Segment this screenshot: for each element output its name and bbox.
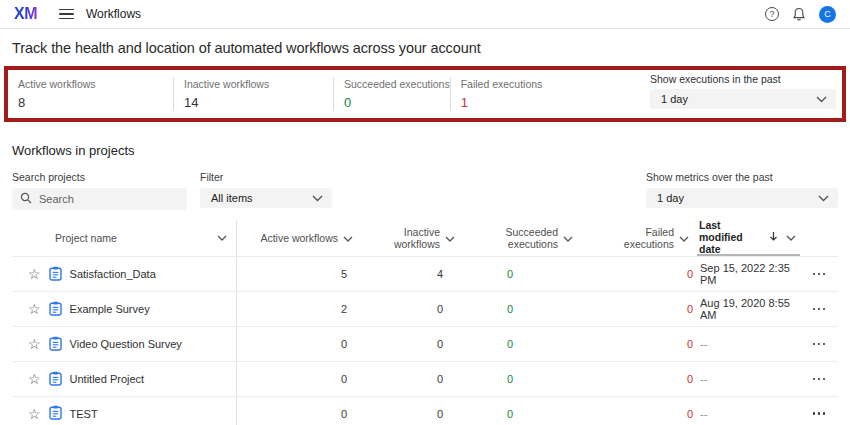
succeeded-executions-value: 0 — [455, 408, 575, 420]
xm-logo: XM — [14, 5, 37, 23]
search-input[interactable] — [39, 193, 179, 205]
page-title: Track the health and location of automat… — [12, 40, 838, 56]
executions-period-value: 1 day — [661, 93, 688, 105]
project-name-link[interactable]: TEST — [70, 408, 98, 420]
favorite-star-icon[interactable]: ☆ — [28, 302, 41, 316]
stat-value: 14 — [184, 95, 333, 110]
topbar-title: Workflows — [86, 7, 141, 21]
inactive-workflows-value: 0 — [355, 408, 455, 420]
column-header-last-modified-date[interactable]: Last modified date — [697, 220, 800, 256]
project-name-link[interactable]: Satisfaction_Data — [70, 268, 156, 280]
stat-failed-executions: Failed executions 1 — [451, 70, 543, 118]
filter-select[interactable]: All items — [200, 188, 332, 208]
last-modified-value: -- — [697, 373, 800, 385]
table-row: ☆ Example Survey 2 0 0 0 Aug 19, 2020 8:… — [12, 291, 838, 326]
inactive-workflows-value: 4 — [355, 268, 455, 280]
section-title: Workflows in projects — [12, 143, 838, 158]
active-workflows-value: 0 — [237, 408, 355, 420]
chevron-down-icon — [312, 195, 323, 202]
table-body: ☆ Satisfaction_Data 5 4 0 0 Sep 15, 2022… — [12, 256, 838, 425]
table-header-row: Project name Active workflows Inactive w… — [12, 220, 838, 256]
column-header-project-name[interactable]: Project name — [12, 220, 237, 256]
notifications-icon[interactable] — [792, 7, 806, 22]
chevron-down-icon — [818, 195, 829, 202]
column-label: Failed executions — [612, 226, 674, 250]
chevron-down-icon[interactable] — [343, 232, 353, 244]
succeeded-executions-value: 0 — [455, 268, 575, 280]
active-workflows-value: 5 — [237, 268, 355, 280]
executions-period-label: Show executions in the past — [650, 73, 836, 85]
survey-project-icon — [49, 301, 62, 318]
search-icon — [20, 190, 32, 208]
column-header-succeeded-executions[interactable]: Succeeded executions — [455, 220, 575, 256]
column-header-active-workflows[interactable]: Active workflows — [237, 220, 355, 256]
column-header-failed-executions[interactable]: Failed executions — [575, 220, 697, 256]
search-label: Search projects — [12, 171, 187, 183]
topbar: XM Workflows C — [0, 0, 850, 29]
column-label: Active workflows — [260, 232, 338, 244]
summary-bar-annotation-highlight: Active workflows 8 Inactive workflows 14… — [4, 66, 846, 122]
stat-value: 1 — [461, 95, 543, 110]
avatar[interactable]: C — [819, 6, 836, 23]
stat-label: Inactive workflows — [184, 78, 333, 90]
metrics-period-label: Show metrics over the past — [646, 171, 838, 183]
column-label: Project name — [55, 232, 117, 244]
table-row: ☆ Satisfaction_Data 5 4 0 0 Sep 15, 2022… — [12, 256, 838, 291]
failed-executions-value: 0 — [575, 268, 697, 280]
survey-project-icon — [49, 266, 62, 283]
active-workflows-value: 0 — [237, 373, 355, 385]
active-workflows-value: 0 — [237, 338, 355, 350]
row-more-menu-button[interactable] — [800, 327, 838, 361]
executions-period-select[interactable]: 1 day — [650, 89, 836, 109]
favorite-star-icon[interactable]: ☆ — [28, 337, 41, 351]
succeeded-executions-value: 0 — [455, 373, 575, 385]
favorite-star-icon[interactable]: ☆ — [28, 267, 41, 281]
chevron-down-icon[interactable] — [786, 231, 796, 243]
help-icon[interactable] — [765, 7, 779, 21]
stat-succeeded-executions: Succeeded executions 0 — [334, 70, 450, 118]
inactive-workflows-value: 0 — [355, 338, 455, 350]
chevron-down-icon — [816, 96, 827, 103]
survey-project-icon — [49, 371, 62, 388]
stat-active-workflows: Active workflows 8 — [8, 70, 173, 118]
metrics-period-select[interactable]: 1 day — [646, 188, 838, 208]
favorite-star-icon[interactable]: ☆ — [28, 372, 41, 386]
failed-executions-value: 0 — [575, 338, 697, 350]
row-more-menu-button[interactable] — [800, 397, 838, 425]
chevron-down-icon[interactable] — [563, 232, 573, 244]
active-workflows-value: 2 — [237, 303, 355, 315]
stat-inactive-workflows: Inactive workflows 14 — [174, 70, 333, 118]
chevron-down-icon[interactable] — [445, 232, 455, 244]
filter-label: Filter — [200, 171, 332, 183]
column-label: Last modified date — [699, 219, 761, 255]
filter-value: All items — [211, 192, 253, 204]
column-label: Succeeded executions — [496, 226, 558, 250]
sort-descending-icon[interactable] — [769, 231, 778, 243]
chevron-down-icon[interactable] — [217, 235, 227, 241]
succeeded-executions-value: 0 — [455, 303, 575, 315]
inactive-workflows-value: 0 — [355, 303, 455, 315]
failed-executions-value: 0 — [575, 373, 697, 385]
project-name-link[interactable]: Untitled Project — [70, 373, 145, 385]
menu-icon[interactable] — [59, 9, 74, 20]
stat-label: Succeeded executions — [344, 78, 450, 90]
chevron-down-icon[interactable] — [679, 232, 689, 244]
project-name-link[interactable]: Video Question Survey — [70, 338, 182, 350]
survey-project-icon — [49, 336, 62, 353]
project-name-link[interactable]: Example Survey — [70, 303, 150, 315]
stat-label: Failed executions — [461, 78, 543, 90]
column-header-inactive-workflows[interactable]: Inactive workflows — [355, 220, 455, 256]
row-more-menu-button[interactable] — [800, 257, 838, 291]
stat-label: Active workflows — [18, 78, 173, 90]
last-modified-value: Sep 15, 2022 2:35 PM — [697, 262, 800, 286]
table-row: ☆ Untitled Project 0 0 0 0 -- — [12, 361, 838, 396]
stat-value: 8 — [18, 95, 173, 110]
stat-value: 0 — [344, 95, 450, 110]
search-box[interactable] — [12, 188, 187, 210]
succeeded-executions-value: 0 — [455, 338, 575, 350]
favorite-star-icon[interactable]: ☆ — [28, 407, 41, 421]
row-more-menu-button[interactable] — [800, 292, 838, 326]
failed-executions-value: 0 — [575, 408, 697, 420]
failed-executions-value: 0 — [575, 303, 697, 315]
row-more-menu-button[interactable] — [800, 362, 838, 396]
